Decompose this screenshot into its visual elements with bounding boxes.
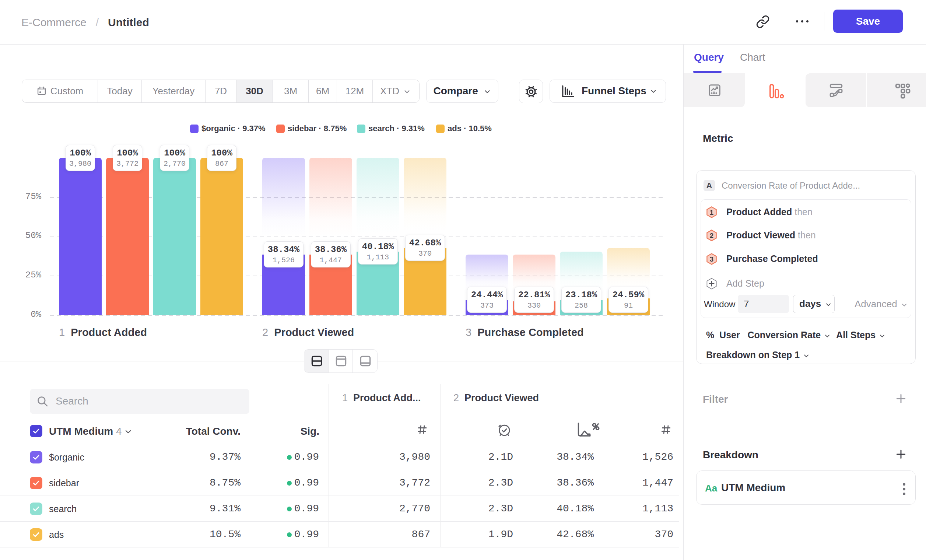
- svg-text:3: 3: [710, 255, 713, 263]
- svg-text:1: 1: [710, 209, 713, 216]
- svg-text:2: 2: [710, 232, 713, 239]
